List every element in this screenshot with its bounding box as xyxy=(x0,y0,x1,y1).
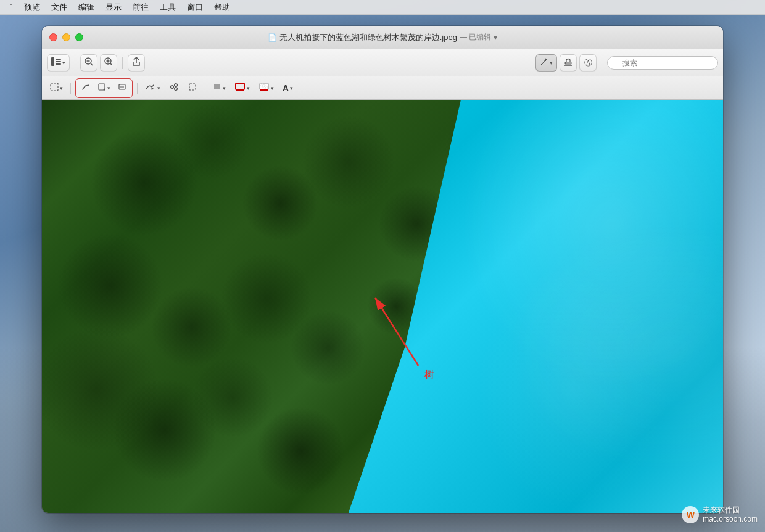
signature-dropdown-icon: ▾ xyxy=(157,85,160,91)
svg-point-20 xyxy=(175,88,178,91)
font-dropdown-icon: ▾ xyxy=(290,85,293,91)
watermark-logo: W xyxy=(682,506,699,523)
sidebar-toggle-button[interactable]: ▾ xyxy=(47,54,70,72)
sketch-tool-button[interactable] xyxy=(78,80,94,96)
ann-sep-1 xyxy=(70,83,71,94)
stamp-icon xyxy=(564,57,573,68)
close-button[interactable] xyxy=(49,33,57,41)
border-color-button[interactable]: ▾ xyxy=(231,80,253,96)
search-input[interactable] xyxy=(607,56,718,70)
shape-dropdown-icon: ▾ xyxy=(107,85,110,91)
stamp-button[interactable] xyxy=(560,54,577,72)
select-dropdown-icon: ▾ xyxy=(60,85,63,91)
minimize-button[interactable] xyxy=(62,33,70,41)
title-dropdown-arrow[interactable]: ▾ xyxy=(494,33,497,42)
file-icon: 📄 xyxy=(268,33,277,42)
signature-icon xyxy=(145,83,156,93)
watermark-text: 未来软件园 mac.orsoon.com xyxy=(703,505,758,525)
svg-point-19 xyxy=(175,84,178,87)
accessibility-button[interactable]: Ⓐ xyxy=(579,54,597,72)
menu-edit[interactable]: 编辑 xyxy=(73,1,99,14)
share-icon xyxy=(132,57,141,68)
fill-color-button[interactable]: ▾ xyxy=(255,80,277,96)
search-container: 🔍 xyxy=(607,56,718,70)
svg-point-18 xyxy=(171,86,174,89)
svg-rect-26 xyxy=(236,89,244,91)
share-button[interactable] xyxy=(128,54,145,72)
fill-color-icon xyxy=(258,82,270,94)
toolbar-right-group: ▾ Ⓐ 🔍 xyxy=(536,54,718,72)
title-bar: 📄 无人机拍摄下的蓝色湖和绿色树木繁茂的岸边.jpeg — 已编辑 ▾ xyxy=(42,26,723,49)
svg-rect-21 xyxy=(189,84,196,90)
font-icon: A xyxy=(283,83,289,93)
annotation-toolbar: ▾ ▾ xyxy=(42,76,723,100)
traffic-lights xyxy=(49,33,83,41)
adjust-button[interactable] xyxy=(166,80,182,96)
font-button[interactable]: A ▾ xyxy=(279,80,296,96)
pen-dropdown-icon: ▾ xyxy=(550,60,553,66)
sidebar-dropdown-icon: ▾ xyxy=(62,60,65,66)
border-color-icon xyxy=(234,82,246,94)
zoom-in-icon xyxy=(104,57,113,68)
svg-rect-13 xyxy=(51,83,58,91)
crop-icon xyxy=(188,83,197,93)
window-title-text: 无人机拍摄下的蓝色湖和绿色树木繁茂的岸边.jpeg xyxy=(279,32,457,43)
signature-button[interactable]: ▾ xyxy=(142,80,163,96)
apple-menu[interactable]:  xyxy=(5,2,18,12)
pen-markup-button[interactable]: ▾ xyxy=(536,54,557,72)
preview-window: 📄 无人机拍摄下的蓝色湖和绿色树木繁茂的岸边.jpeg — 已编辑 ▾ ▾ xyxy=(42,26,723,513)
maximize-button[interactable] xyxy=(75,33,83,41)
shape-tool-icon xyxy=(97,83,106,93)
menu-navigate[interactable]: 前往 xyxy=(128,1,154,14)
lines-button[interactable]: ▾ xyxy=(210,80,229,96)
window-title: 📄 无人机拍摄下的蓝色湖和绿色树木繁茂的岸边.jpeg — 已编辑 ▾ xyxy=(268,32,498,43)
menu-tools[interactable]: 工具 xyxy=(155,1,181,14)
zoom-out-button[interactable] xyxy=(80,54,97,72)
text-box-icon xyxy=(118,83,126,93)
shape-tool-button[interactable]: ▾ xyxy=(94,80,114,96)
svg-rect-25 xyxy=(236,83,244,89)
accessibility-icon: Ⓐ xyxy=(584,57,592,68)
pen-icon xyxy=(540,57,548,68)
image-area: 树 xyxy=(42,100,723,513)
svg-point-15 xyxy=(104,89,105,91)
menu-help[interactable]: 帮助 xyxy=(209,1,235,14)
menu-window[interactable]: 窗口 xyxy=(182,1,208,14)
menu-bar:  预览 文件 编辑 显示 前往 工具 窗口 帮助 xyxy=(0,0,765,15)
select-tool-icon xyxy=(50,83,59,93)
svg-rect-11 xyxy=(565,62,571,64)
crop-button[interactable] xyxy=(184,80,201,96)
lines-icon xyxy=(213,83,221,93)
aerial-photo: 树 xyxy=(42,100,723,513)
separator-3 xyxy=(602,57,602,69)
text-box-button[interactable] xyxy=(114,80,130,96)
border-dropdown-icon: ▾ xyxy=(247,85,250,91)
lines-dropdown-icon: ▾ xyxy=(223,85,226,91)
sketch-icon xyxy=(81,83,90,93)
svg-rect-0 xyxy=(51,57,54,66)
svg-rect-1 xyxy=(56,59,61,60)
watermark-brand: 未来软件园 xyxy=(703,505,758,515)
adjust-icon xyxy=(170,83,178,93)
watermark-site: mac.orsoon.com xyxy=(703,515,758,525)
menu-preview[interactable]: 预览 xyxy=(19,1,45,14)
ann-sep-2 xyxy=(137,83,138,94)
svg-rect-31 xyxy=(260,89,268,91)
menu-display[interactable]: 显示 xyxy=(101,1,126,14)
watermark-w-icon: W xyxy=(687,510,695,520)
svg-rect-3 xyxy=(56,63,61,65)
fill-dropdown-icon: ▾ xyxy=(271,85,274,91)
menu-file[interactable]: 文件 xyxy=(46,1,72,14)
sketch-draw-group: ▾ xyxy=(75,78,133,98)
separator-1 xyxy=(75,57,75,69)
ann-sep-3 xyxy=(205,83,205,94)
zoom-in-button[interactable] xyxy=(100,54,117,72)
svg-line-6 xyxy=(91,63,93,65)
sidebar-icon xyxy=(51,57,61,68)
select-tool-button[interactable]: ▾ xyxy=(47,80,66,96)
separator-2 xyxy=(122,57,123,69)
zoom-out-icon xyxy=(85,57,93,68)
main-toolbar: ▾ xyxy=(42,49,723,76)
watermark: W 未来软件园 mac.orsoon.com xyxy=(682,505,758,525)
edited-badge: — 已编辑 xyxy=(460,32,491,43)
